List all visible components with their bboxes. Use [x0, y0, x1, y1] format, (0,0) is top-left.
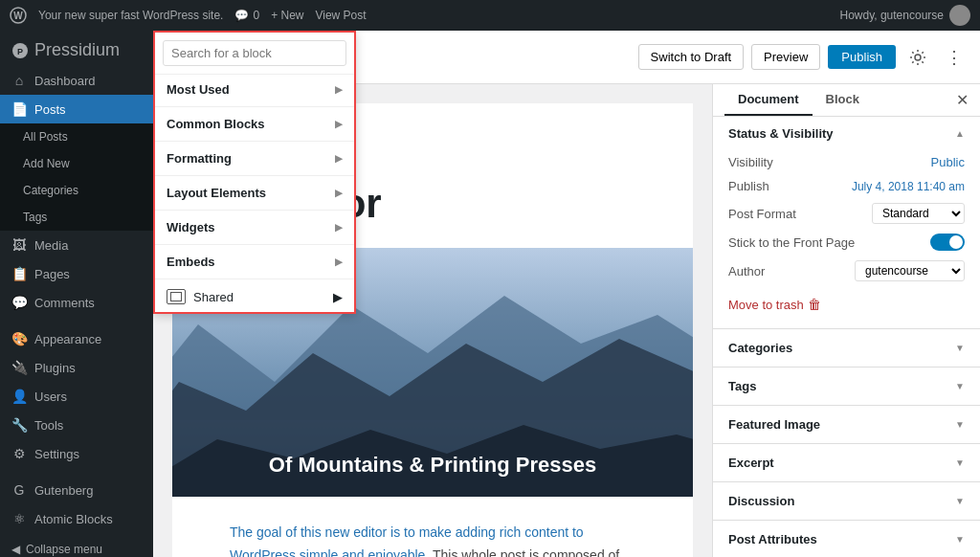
comments-link[interactable]: 💬 0 — [234, 9, 259, 22]
sidebar-item-label: Dashboard — [34, 74, 96, 88]
wp-logo[interactable]: W — [10, 7, 27, 24]
sidebar-item-all-posts[interactable]: All Posts — [0, 123, 153, 150]
view-post-link[interactable]: View Post — [315, 9, 366, 22]
move-to-trash-button[interactable]: Move to trash 🗑 — [728, 297, 821, 312]
block-category-most-used[interactable]: Most Used ▶ — [155, 75, 354, 104]
new-link[interactable]: + New — [271, 9, 303, 22]
shared-block-icon — [167, 289, 186, 304]
status-visibility-body: Visibility Public Publish July 4, 2018 1… — [713, 150, 980, 328]
block-inserter-dropdown: Most Used ▶ Common Blocks ▶ Formatting ▶… — [153, 31, 356, 314]
block-category-shared[interactable]: Shared ▶ — [155, 281, 354, 312]
more-options-button[interactable]: ⋮ — [940, 43, 969, 72]
block-category-layout[interactable]: Layout Elements ▶ — [155, 178, 354, 208]
gutenberg-icon: G — [11, 482, 27, 498]
categories-label: Categories — [23, 184, 78, 197]
sidebar-item-comments[interactable]: 💬 Comments — [0, 288, 153, 317]
sidebar-item-label: Posts — [34, 102, 66, 117]
sidebar-item-plugins[interactable]: 🔌 Plugins — [0, 353, 153, 382]
common-blocks-label: Common Blocks — [167, 117, 265, 131]
all-posts-label: All Posts — [23, 130, 68, 144]
author-select[interactable]: gutencourse — [855, 260, 965, 281]
atomic-blocks-icon: ⚛ — [11, 511, 27, 526]
sidebar-item-add-new[interactable]: Add New — [0, 150, 153, 177]
sidebar-item-gutenberg[interactable]: G Gutenberg — [0, 476, 153, 504]
howdy-text: Howdy, gutencourse — [839, 9, 944, 22]
categories-section[interactable]: Categories ▼ — [713, 329, 980, 368]
formatting-label: Formatting — [167, 151, 232, 166]
excerpt-section[interactable]: Excerpt ▼ — [713, 444, 980, 482]
sidebar-item-label: Users — [34, 390, 67, 404]
sidebar-logo-text: Pressidium — [34, 40, 120, 60]
status-visibility-section: Status & Visibility ▲ Visibility Public … — [713, 117, 980, 329]
author-row: Author gutencourse — [728, 256, 965, 286]
settings-button[interactable] — [903, 43, 932, 72]
discussion-label: Discussion — [728, 494, 794, 508]
publish-value[interactable]: July 4, 2018 11:40 am — [852, 180, 965, 193]
content-paragraph: The goal of this new editor is to make a… — [172, 506, 693, 557]
publish-row: Publish July 4, 2018 11:40 am — [728, 174, 965, 198]
sidebar-item-appearance[interactable]: 🎨 Appearance — [0, 324, 153, 353]
tags-section[interactable]: Tags ▼ — [713, 368, 980, 406]
toolbar-right: Switch to Draft Preview Publish ⋮ — [638, 43, 969, 72]
tags-label: Tags — [23, 211, 47, 224]
sidebar-item-label: Gutenberg — [34, 483, 93, 498]
sidebar-item-label: Comments — [34, 296, 95, 310]
category-divider — [155, 210, 354, 211]
post-attributes-section[interactable]: Post Attributes ▼ — [713, 521, 980, 557]
stick-front-page-toggle[interactable] — [930, 234, 965, 251]
sidebar-item-tags[interactable]: Tags — [0, 204, 153, 231]
block-category-formatting[interactable]: Formatting ▶ — [155, 144, 354, 173]
media-icon: 🖼 — [11, 237, 27, 253]
chevron-right-icon: ▶ — [335, 84, 343, 95]
status-visibility-label: Status & Visibility — [728, 126, 834, 141]
block-category-common[interactable]: Common Blocks ▶ — [155, 109, 354, 139]
sidebar-item-settings[interactable]: ⚙ Settings — [0, 439, 153, 468]
sidebar-item-posts[interactable]: 📄 Posts — [0, 95, 153, 123]
switch-to-draft-button[interactable]: Switch to Draft — [638, 44, 745, 70]
publish-button[interactable]: Publish — [828, 45, 896, 69]
editor-toolbar: Switch to Draft Preview Publish ⋮ Most U… — [153, 31, 980, 84]
add-new-label: Add New — [23, 157, 70, 170]
avatar — [949, 5, 970, 26]
most-used-label: Most Used — [167, 82, 230, 97]
plugins-icon: 🔌 — [11, 360, 27, 375]
collapse-menu-button[interactable]: ◀ Collapse menu — [0, 533, 153, 557]
sidebar-item-categories[interactable]: Categories — [0, 177, 153, 204]
visibility-value[interactable]: Public — [931, 155, 965, 169]
tab-block[interactable]: Block — [813, 84, 873, 116]
editor-panel: Document Block ✕ Status & Visibility ▲ V… — [712, 84, 980, 557]
chevron-down-icon: ▼ — [955, 419, 965, 430]
sidebar-item-tools[interactable]: 🔧 Tools — [0, 411, 153, 439]
block-search[interactable] — [155, 33, 354, 75]
tools-icon: 🔧 — [11, 417, 27, 433]
comments-count: 0 — [253, 9, 259, 22]
chevron-right-icon: ▶ — [335, 119, 343, 129]
sidebar-item-atomic-blocks[interactable]: ⚛ Atomic Blocks — [0, 504, 153, 533]
block-category-widgets[interactable]: Widgets ▶ — [155, 212, 354, 242]
sidebar-logo: P Pressidium — [0, 31, 153, 66]
post-format-select[interactable]: Standard — [872, 203, 965, 224]
discussion-section[interactable]: Discussion ▼ — [713, 482, 980, 521]
featured-image-section[interactable]: Featured Image ▼ — [713, 406, 980, 444]
appearance-icon: 🎨 — [11, 331, 27, 346]
svg-text:P: P — [17, 47, 23, 56]
block-category-embeds[interactable]: Embeds ▶ — [155, 247, 354, 277]
status-visibility-header[interactable]: Status & Visibility ▲ — [713, 117, 980, 150]
chevron-down-icon: ▼ — [955, 343, 965, 353]
block-search-input[interactable] — [163, 40, 346, 66]
layout-elements-label: Layout Elements — [167, 186, 266, 200]
sidebar-item-dashboard[interactable]: ⌂ Dashboard — [0, 66, 153, 95]
sidebar-item-users[interactable]: 👤 Users — [0, 382, 153, 411]
tab-document[interactable]: Document — [724, 84, 813, 116]
site-name[interactable]: Your new super fast WordPress site. — [38, 9, 223, 22]
preview-button[interactable]: Preview — [751, 44, 820, 70]
category-divider — [155, 278, 354, 279]
svg-point-10 — [915, 55, 921, 60]
comments-icon: 💬 — [11, 295, 27, 310]
sidebar-item-media[interactable]: 🖼 Media — [0, 231, 153, 259]
cover-text: Of Mountains & Printing Presses — [269, 453, 596, 478]
sidebar-item-pages[interactable]: 📋 Pages — [0, 259, 153, 288]
panel-close-button[interactable]: ✕ — [956, 91, 969, 109]
categories-label: Categories — [728, 341, 792, 355]
user-info: Howdy, gutencourse — [839, 5, 970, 26]
